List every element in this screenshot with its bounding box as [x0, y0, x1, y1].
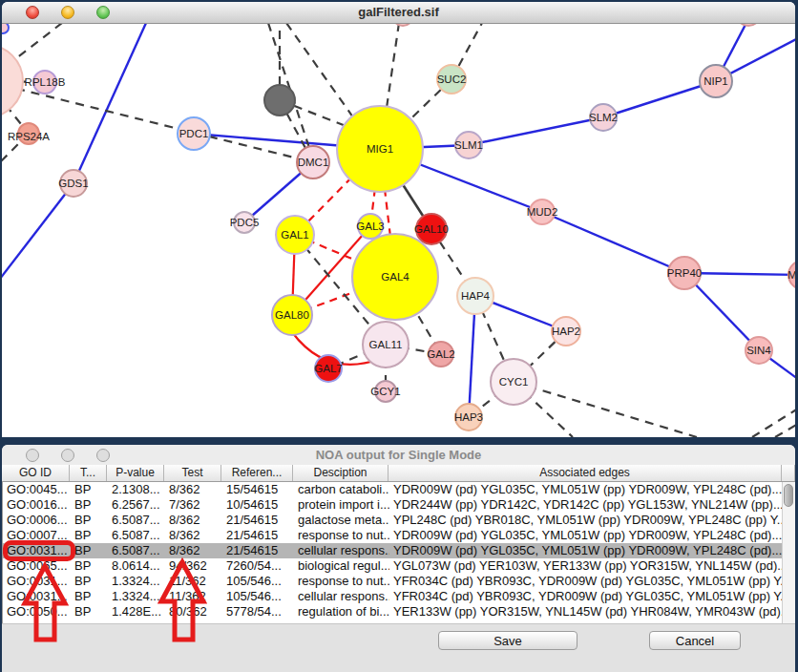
node-unlabeled[interactable]	[392, 24, 413, 26]
cell-ref: 21/54615	[222, 543, 294, 558]
table-row[interactable]: GO:0031...BP1.3324...11/362105/546...cel…	[3, 589, 782, 604]
close-button[interactable]	[26, 6, 39, 19]
table-row[interactable]: GO:0050...BP1.428E...80/3625778/54...reg…	[3, 604, 782, 620]
vertical-scrollbar[interactable]	[782, 482, 795, 623]
zoom-button[interactable]	[96, 449, 110, 462]
cell-type: BP	[71, 513, 108, 528]
cell-assoc: YFR034C (pd) YBR093C, YDR009W (pd) YGL03…	[389, 574, 783, 589]
cell-go: GO:0006...	[3, 513, 71, 528]
cell-p: 6.5087...	[108, 543, 165, 558]
cell-assoc: YPL248C (pd) YBR018C, YML051W (pp) YDR00…	[389, 513, 783, 528]
cell-p: 1.428E...	[108, 604, 165, 620]
node-label-PDC1: PDC1	[179, 128, 209, 139]
cell-go: GO:0065...	[3, 558, 71, 574]
cell-p: 2.1308...	[108, 482, 165, 497]
network-canvas[interactable]: RPL18BRPS24AGDS1PDC1MIG1SUC2SLM1SLM2NIP1…	[2, 24, 795, 437]
node-label-SLM1: SLM1	[454, 139, 483, 151]
node-label-GAL4: GAL4	[381, 271, 410, 283]
window-controls-inactive	[26, 449, 110, 462]
node-label-RPS24A: RPS24A	[8, 131, 50, 142]
column-header-test[interactable]: Test	[164, 465, 221, 481]
cell-assoc: YER133W (pp) YOR315W, YNL145W (pd) YHR08…	[389, 604, 783, 620]
node-label-HAP4: HAP4	[461, 290, 491, 302]
cell-assoc: YFR034C (pd) YBR093C, YDR009W (pd) YGL03…	[389, 589, 783, 604]
node-label-MIG1: MIG1	[367, 143, 393, 155]
node-label-GAL80: GAL80	[275, 309, 309, 321]
cell-p: 1.3324...	[108, 589, 165, 604]
table-body: GO:0045...BP2.1308...8/36215/54615carbon…	[2, 482, 782, 623]
minimize-button[interactable]	[61, 449, 74, 462]
graph-edge-gray	[286, 24, 358, 124]
graph-edge-blue	[74, 24, 146, 183]
cell-go: GO:0050...	[3, 604, 71, 620]
cell-p: 8.0614...	[108, 558, 165, 574]
network-title-bar[interactable]: galFiltered.sif	[2, 2, 795, 24]
cell-type: BP	[71, 528, 108, 543]
zoom-button[interactable]	[96, 6, 110, 19]
node-label-SLM2: SLM2	[589, 112, 618, 123]
column-header-ref[interactable]: Referen...	[221, 465, 293, 481]
table-row[interactable]: GO:0045...BP2.1308...8/36215/54615carbon…	[3, 482, 782, 497]
column-header-assoc[interactable]: Associated edges	[388, 465, 782, 481]
column-header-p[interactable]: P-value	[107, 465, 164, 481]
cell-desc: cellular respons...	[294, 589, 389, 604]
graph-edge-gray	[514, 382, 697, 437]
cell-ref: 10/54615	[222, 497, 294, 513]
scrollbar-thumb[interactable]	[784, 484, 793, 507]
node-label-RPL18B: RPL18B	[25, 76, 66, 88]
cell-go: GO:0031...	[3, 589, 71, 604]
cell-p: 1.3324...	[108, 574, 165, 589]
graph-edge-blue	[542, 212, 684, 273]
node-unlabeled[interactable]	[736, 24, 761, 26]
cell-type: BP	[71, 589, 108, 604]
node-label-MSN: MSN	[788, 269, 795, 281]
cell-test: 8/362	[165, 528, 222, 543]
table-row[interactable]: GO:0031...BP1.3324...11/362105/546...res…	[3, 574, 782, 589]
node-label-GAL2: GAL2	[427, 348, 454, 360]
cell-test: 8/362	[165, 513, 222, 528]
cell-ref: 15/54615	[222, 482, 294, 497]
node-label-GAL11: GAL11	[369, 339, 403, 350]
table-row[interactable]: GO:0031...BP6.5087...8/36221/54615cellul…	[3, 543, 782, 558]
cell-p: 6.2567...	[108, 497, 165, 513]
node-label-GDS1: GDS1	[58, 178, 88, 189]
node-label-NIP1: NIP1	[704, 75, 728, 87]
table-row[interactable]: GO:0016...BP6.2567...7/36210/54615protei…	[3, 497, 782, 513]
cell-assoc: YDR009W (pd) YGL035C, YML051W (pp) YDR00…	[389, 482, 783, 497]
cell-ref: 5778/54...	[222, 604, 294, 620]
cell-desc: galactose meta...	[294, 513, 389, 528]
minimize-button[interactable]	[61, 6, 74, 19]
cell-p: 6.5087...	[108, 528, 165, 543]
cell-go: GO:0016...	[3, 497, 71, 513]
graph-edge-gray	[752, 409, 795, 437]
node-label-CYC1: CYC1	[499, 376, 529, 388]
cell-go: GO:0007...	[3, 528, 71, 543]
cell-go: GO:0045...	[3, 482, 71, 497]
node-unlabeled[interactable]	[264, 85, 295, 116]
table-row[interactable]: GO:0006...BP6.5087...8/36221/54615galact…	[3, 513, 782, 528]
node-unlabeled[interactable]	[2, 24, 9, 33]
cell-assoc: YDR009W (pd) YGL035C, YML051W (pp) YDR00…	[389, 543, 783, 558]
column-header-go[interactable]: GO ID	[2, 465, 70, 481]
table-row[interactable]: GO:0007...BP6.5087...8/36221/54615respon…	[3, 528, 782, 543]
node-label-HAP3: HAP3	[454, 411, 483, 423]
window-title: galFiltered.sif	[358, 5, 439, 19]
cell-type: BP	[71, 558, 108, 574]
cell-assoc: YGL073W (pd) YER103W, YER133W (pp) YOR31…	[389, 558, 783, 574]
cell-test: 8/362	[165, 543, 222, 558]
cell-desc: response to nut...	[294, 528, 389, 543]
table-row[interactable]: GO:0065...BP8.0614...94/3627260/54...bio…	[3, 558, 782, 574]
column-header-desc[interactable]: Desciption	[293, 465, 388, 481]
cell-desc: regulation of bi...	[294, 604, 389, 620]
node-label-GAL3: GAL3	[356, 220, 384, 232]
cell-ref: 21/54615	[222, 528, 294, 543]
noa-title-bar[interactable]: NOA output for Single Mode	[2, 445, 795, 466]
save-button[interactable]: Save	[438, 631, 578, 650]
node-label-PRP40: PRP40	[667, 267, 702, 279]
cancel-button[interactable]: Cancel	[649, 631, 741, 650]
close-button[interactable]	[26, 449, 39, 462]
column-header-type[interactable]: T...	[70, 465, 107, 481]
window-title: NOA output for Single Mode	[316, 448, 482, 462]
node-label-DMC1: DMC1	[298, 157, 329, 168]
graph-edge-gray	[775, 424, 795, 437]
